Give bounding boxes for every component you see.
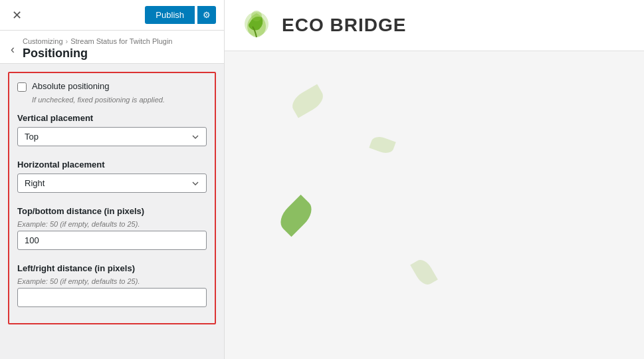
breadcrumb-path: Customizing › Stream Status for Twitch P… [23,37,213,45]
preview-body [225,51,644,359]
publish-settings-button[interactable]: ⚙ [197,6,216,24]
left-right-input[interactable] [17,288,207,307]
sidebar-header: ✕ Publish ⚙ [0,0,224,31]
absolute-positioning-label[interactable]: Absolute positioning [32,81,109,91]
brand-name: ECO BRIDGE [282,15,406,36]
back-button[interactable]: ‹ [11,43,19,55]
breadcrumb-section: Stream Status for Twitch Plugin [70,37,172,45]
absolute-positioning-description: If unchecked, fixed positioning is appli… [17,96,207,104]
breadcrumb-text: Customizing › Stream Status for Twitch P… [23,37,213,60]
publish-button[interactable]: Publish [145,6,195,24]
horizontal-placement-select[interactable]: Left Right [17,174,207,193]
page-title: Positioning [23,47,213,60]
vertical-placement-label: Vertical placement [17,113,207,123]
svg-point-0 [251,11,262,21]
top-bottom-label: Top/bottom distance (in pixels) [17,206,207,216]
decorative-leaf-3 [275,195,318,237]
left-right-description: Example: 50 (if empty, defaults to 25). [17,277,207,285]
positioning-section: Absolute positioning If unchecked, fixed… [8,72,216,324]
top-bottom-description: Example: 50 (if empty, defaults to 25). [17,220,207,228]
sidebar-content: Absolute positioning If unchecked, fixed… [0,64,224,359]
brand-logo-icon [241,9,272,41]
sidebar: ✕ Publish ⚙ ‹ Customizing › Stream Statu… [0,0,225,359]
preview-area: ECO BRIDGE [225,0,644,359]
preview-header: ECO BRIDGE [225,0,644,51]
vertical-placement-select[interactable]: Top Bottom [17,127,207,146]
left-right-label: Left/right distance (in pixels) [17,263,207,273]
decorative-leaf-1 [288,84,327,118]
breadcrumb-parent: Customizing [23,37,63,45]
absolute-positioning-row: Absolute positioning [17,81,207,92]
close-button[interactable]: ✕ [8,8,26,23]
top-bottom-input[interactable]: 100 [17,231,207,250]
horizontal-placement-label: Horizontal placement [17,160,207,170]
breadcrumb-nav: ‹ Customizing › Stream Status for Twitch… [0,31,224,64]
decorative-leaf-2 [369,134,395,156]
decorative-leaf-4 [410,257,438,288]
absolute-positioning-checkbox[interactable] [17,82,27,92]
breadcrumb-separator: › [66,37,68,45]
publish-area: Publish ⚙ [145,6,216,24]
